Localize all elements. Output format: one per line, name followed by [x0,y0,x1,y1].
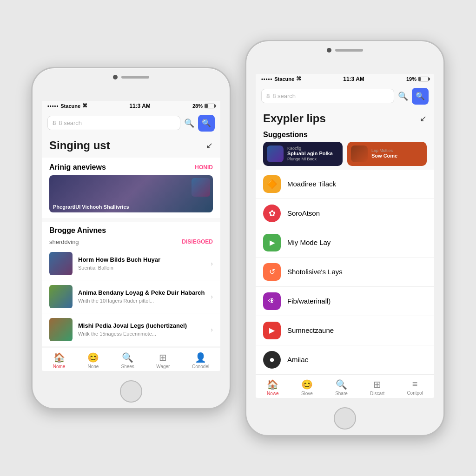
nav-wager[interactable]: ⊞ Wager [156,352,170,369]
status-bar: ••••• Stacune ⌘ 11:3 AM 28% [42,101,220,111]
nav-wager-label: Wager [156,364,170,369]
list-item-1[interactable]: Anima Bendany Loyag & Peke Duir Habarch … [42,280,220,313]
speaker-2 [335,49,363,52]
section2-sub-row: sherddving DISIEGOED [49,238,213,245]
app-name-3: Shotolisive's Lays [287,268,343,276]
phone1-screen: ••••• Stacune ⌘ 11:3 AM 28% 8 8 search 🔍… [42,101,220,371]
battery-icon-2 [418,77,429,81]
banner-caption: PhegrartIUI Vichooh Shallivries [53,204,129,210]
wager-icon: ⊞ [159,352,167,363]
nav-slove[interactable]: 😊 Slove [301,379,313,396]
suggestion-cards: Kaozfig Spluabl agin Polka Plunge Mi Boo… [256,142,434,170]
app-item-6[interactable]: ● Amiiae [256,345,434,375]
front-camera-2 [327,48,331,53]
expand-icon[interactable]: ↙ [206,140,213,151]
item-arrow-2: › [211,326,213,333]
item-title-1: Anima Bendany Loyag & Peke Duir Habarch [78,289,205,297]
nav-contpol[interactable]: ≡ Contpol [407,379,423,396]
app-item-1[interactable]: ✿ SoroAtson [256,199,434,228]
nav-slove-label: Slove [301,391,313,396]
card-text-1: Lrip Molties Sow Come [371,148,397,159]
battery-fill [205,104,208,108]
status-time-2: 11:3 AM [343,76,364,82]
search-placeholder-2: 8 search [272,93,296,99]
nav-nowe[interactable]: 🏠 Nowe [267,379,279,396]
search-input-wrap-2[interactable]: 8 8 search [261,89,394,103]
card-icon-1 [351,145,368,162]
item-arrow-0: › [211,260,213,267]
app-icon-symbol-2: ▶ [270,239,275,246]
app-icon-4: 👁 [263,292,281,310]
search-placeholder: 8 search [59,119,82,126]
banner-image[interactable]: PhegrartIUI Vichooh Shallivries [49,175,213,212]
home-button-1[interactable] [120,380,142,403]
battery-percent: 28% [192,103,203,109]
search-button-icon: 🔍 [202,119,211,127]
item-sub-2: Writk the 15nagess Eucennmote... [78,331,205,337]
nav-home-label: Nome [53,364,66,369]
search-input-wrap[interactable]: 8 8 search [47,116,180,130]
bottom-nav-2: 🏠 Nowe 😊 Slove 🔍 Share ⊞ Discart ≡ Contp… [256,375,434,398]
card-icon-0 [267,145,284,162]
section2-sub: sherddving [49,238,79,245]
battery-fill-2 [419,77,421,81]
section1-title: Arinig aneviews [49,163,106,172]
card-title-0: Spluabl agin Polka [287,151,333,157]
suggestion-card-0[interactable]: Kaozfig Spluabl agin Polka Plunge Mi Boo… [263,142,343,166]
nav-none-label: None [88,364,99,369]
section-arinig: Arinig aneviews HONID PhegrartIUI Vichoo… [42,158,220,218]
search-bar: 8 8 search 🔍 🔍 [42,111,220,135]
front-camera [113,75,118,79]
item-sub-0: Suential Balloin [78,265,205,271]
home-button-2[interactable] [334,407,356,430]
item-info-1: Anima Bendany Loyag & Peke Duir Habarch … [78,289,205,304]
status-time: 11:3 AM [129,103,151,109]
search-magnifier-icon-2[interactable]: 🔍 [398,91,408,101]
share-icon: 🔍 [336,379,347,390]
phone2-screen: ••••• Stacune ⌘ 11:3 AM 19% 8 8 search 🔍… [256,74,434,398]
page-title-row-2: Exypler lips ↙ [256,108,434,127]
item-sub-1: Writh the 10Hagers Ruder pittol... [78,298,205,304]
section-brogge: Brogge Anivnes sherddving DISIEGOED Horm… [42,222,220,346]
app-name-0: Moadiree Tilack [287,180,336,188]
nav-discart[interactable]: ⊞ Discart [370,379,384,396]
phone-2: ••••• Stacune ⌘ 11:3 AM 19% 8 8 search 🔍… [245,40,445,436]
speaker [121,76,149,79]
app-item-2[interactable]: ▶ Miy Mode Lay [256,228,434,258]
nav-shees[interactable]: 🔍 Shees [121,352,134,369]
battery-percent-2: 19% [406,76,416,82]
shees-icon: 🔍 [122,352,133,363]
search-magnifier-icon[interactable]: 🔍 [184,118,194,128]
app-icon-symbol-6: ● [269,354,275,365]
nav-share[interactable]: 🔍 Share [335,379,348,396]
nav-none[interactable]: 😊 None [87,352,99,369]
app-item-5[interactable]: ▶ Sumnectzaune [256,316,434,345]
card-title-1: Sow Come [371,153,397,159]
app-icon-1: ✿ [263,205,281,222]
nav-conodel[interactable]: 👤 Conodel [192,352,209,369]
app-icon-symbol-4: 👁 [268,297,276,305]
contpol-icon: ≡ [412,379,418,390]
nav-home[interactable]: 🏠 Nome [53,352,66,369]
list-item-2[interactable]: Mishi Pedia Joval Legs (luchertizanel) W… [42,313,220,346]
page-title-2: Exypler lips [263,112,326,125]
phone2-top-hardware [246,48,443,53]
section1-badge: HONID [195,164,213,171]
status-right: 28% [192,103,215,109]
app-icon-symbol-1: ✿ [269,208,276,218]
search-blue-button[interactable]: 🔍 [198,115,215,132]
suggestion-card-1[interactable]: Lrip Molties Sow Come [347,142,427,166]
status-left: ••••• Stacune ⌘ [47,103,87,109]
card-category-0: Kaozfig [287,146,333,151]
nav-discart-label: Discart [370,391,384,396]
expand-icon-2[interactable]: ↙ [420,113,427,124]
app-icon-symbol-3: ↺ [269,267,275,276]
bottom-nav-1: 🏠 Nome 😊 None 🔍 Shees ⊞ Wager 👤 Conodel [42,348,220,371]
list-item-0[interactable]: Horm How Bilds Buch Huyar Suential Ballo… [42,247,220,280]
app-item-3[interactable]: ↺ Shotolisive's Lays [256,258,434,287]
app-item-0[interactable]: 🔶 Moadiree Tilack [256,170,434,199]
app-icon-2: ▶ [263,234,281,251]
search-blue-button-2[interactable]: 🔍 [412,88,429,105]
section2-header: Brogge Anivnes sherddving DISIEGOED [42,222,220,247]
app-item-4[interactable]: 👁 Fib/waterinall) [256,287,434,316]
